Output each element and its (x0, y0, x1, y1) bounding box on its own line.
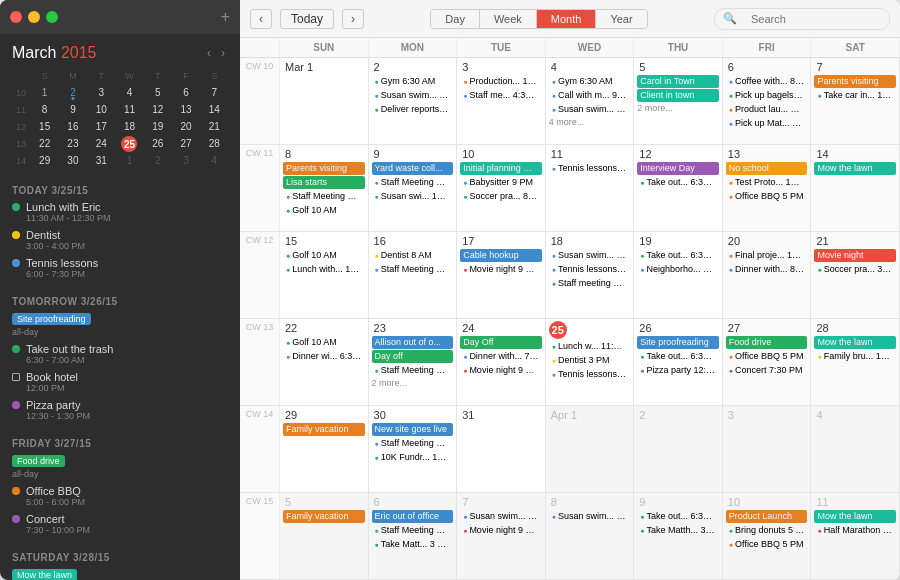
calendar-day[interactable]: 4 (811, 406, 900, 492)
calendar-event[interactable]: Pick up bagels 8 AM (726, 89, 808, 102)
calendar-event[interactable]: Food drive (726, 336, 808, 349)
calendar-day[interactable]: Apr 1 (546, 406, 635, 492)
calendar-day[interactable]: 20Final proje... 12 PMDinner with... 8 P… (723, 232, 812, 318)
add-event-button[interactable]: + (221, 8, 230, 26)
calendar-event[interactable]: Office BBQ 5 PM (726, 190, 808, 203)
calendar-day[interactable]: 16Dentist 8 AMStaff Meeting 9 AM (369, 232, 458, 318)
calendar-event[interactable]: Dentist 3 PM (549, 354, 631, 367)
more-events-link[interactable]: 2 more... (637, 103, 719, 113)
calendar-day[interactable]: 18Susan swim... 8 AMTennis lessons 9 PMS… (546, 232, 635, 318)
calendar-event[interactable]: Staff Meeting 9 AM (372, 263, 454, 276)
calendar-day[interactable]: 22Golf 10 AMDinner wi... 6:30 PM (280, 319, 369, 405)
next-button[interactable]: › (342, 9, 364, 29)
tab-year[interactable]: Year (596, 10, 646, 28)
calendar-day[interactable]: 10Product LaunchBring donuts 5 AMOffice … (723, 493, 812, 579)
mini-day[interactable]: 4 (116, 85, 143, 101)
list-item[interactable]: Pizza party 12:30 - 1:30 PM (12, 398, 228, 422)
list-item[interactable]: Dentist 3:00 - 4:00 PM (12, 228, 228, 252)
calendar-day[interactable]: 3Production... 11 AMStaff me... 4:30 PM (457, 58, 546, 144)
calendar-event[interactable]: Staff me... 4:30 PM (460, 89, 542, 102)
list-item[interactable]: Site proofreading all-day (12, 311, 228, 338)
list-item[interactable]: Lunch with Eric 11:30 AM - 12:30 PM (12, 200, 228, 224)
calendar-day[interactable]: 14Mow the lawn (811, 145, 900, 231)
tab-day[interactable]: Day (431, 10, 480, 28)
list-item[interactable]: Office BBQ 5:00 - 6:00 PM (12, 484, 228, 508)
calendar-day[interactable]: 7Susan swim... 9 AMMovie night 9 PM (457, 493, 546, 579)
mini-day[interactable]: 19 (144, 119, 171, 135)
calendar-day[interactable]: 2 (634, 406, 723, 492)
mini-day[interactable]: 23 (59, 136, 86, 152)
calendar-event[interactable]: Susan swim... 9 AM (372, 89, 454, 102)
calendar-day[interactable]: 19Take out... 6:30 AMNeighborho... 1 PM (634, 232, 723, 318)
calendar-event[interactable]: Lunch w... 11:30 AM (549, 340, 631, 353)
calendar-event[interactable]: Dinner with... 8 PM (726, 263, 808, 276)
calendar-day[interactable]: 31 (457, 406, 546, 492)
calendar-event[interactable]: Take Matt... 3 PM (372, 538, 454, 551)
calendar-event[interactable]: Gym 6:30 AM (372, 75, 454, 88)
calendar-day[interactable]: 6Coffee with... 8 AMPick up bagels 8 AMP… (723, 58, 812, 144)
calendar-event[interactable]: Day off (372, 350, 454, 363)
calendar-event[interactable]: Susan swim... 9 AM (549, 510, 631, 523)
list-item[interactable]: Tennis lessons 6:00 - 7:30 PM (12, 256, 228, 280)
list-item[interactable]: Take out the trash 6:30 - 7:00 AM (12, 342, 228, 366)
mini-prev-button[interactable]: ‹ (204, 46, 214, 60)
calendar-event[interactable]: Carol in Town (637, 75, 719, 88)
calendar-event[interactable]: Product Launch (726, 510, 808, 523)
calendar-event[interactable]: Lunch with... 1 PM (283, 263, 365, 276)
calendar-event[interactable]: Interview Day (637, 162, 719, 175)
calendar-day[interactable]: 11Tennis lessons 6 PM (546, 145, 635, 231)
calendar-event[interactable]: Take out... 6:30 AM (637, 510, 719, 523)
calendar-day[interactable]: Mar 1 (280, 58, 369, 144)
calendar-event[interactable]: Movie night 9 PM (460, 263, 542, 276)
calendar-day[interactable]: 13No schoolTest Proto... 10 AMOffice BBQ… (723, 145, 812, 231)
calendar-event[interactable]: Family vacation (283, 423, 365, 436)
mini-day[interactable]: 4 (201, 153, 228, 169)
calendar-day[interactable]: 3 (723, 406, 812, 492)
list-item[interactable]: Food drive all-day (12, 453, 228, 480)
calendar-event[interactable]: Site proofreading (637, 336, 719, 349)
calendar-event[interactable]: Movie night 9 PM (460, 524, 542, 537)
calendar-day[interactable]: 12Interview DayTake out... 6:30 AM (634, 145, 723, 231)
calendar-day[interactable]: 17Cable hookupMovie night 9 PM (457, 232, 546, 318)
calendar-event[interactable]: Neighborho... 1 PM (637, 263, 719, 276)
mini-day[interactable]: 6 (172, 85, 199, 101)
mini-day[interactable]: 14 (201, 102, 228, 118)
calendar-event[interactable]: Soccer pra... 3 PM (814, 263, 896, 276)
calendar-event[interactable]: Mow the lawn (814, 162, 896, 175)
calendar-day[interactable]: 9Yard waste coll...Staff Meeting 9 AMSus… (369, 145, 458, 231)
calendar-event[interactable]: Yard waste coll... (372, 162, 454, 175)
calendar-event[interactable]: No school (726, 162, 808, 175)
calendar-event[interactable]: Dentist 8 AM (372, 249, 454, 262)
calendar-event[interactable]: Initial planning meeting (460, 162, 542, 175)
calendar-event[interactable]: Day Off (460, 336, 542, 349)
calendar-day[interactable]: 10Initial planning meetingBabysitter 9 P… (457, 145, 546, 231)
calendar-event[interactable]: Susan swim... 8 AM (549, 249, 631, 262)
mini-day[interactable]: 27 (172, 136, 199, 152)
mini-day[interactable]: 30 (59, 153, 86, 169)
calendar-event[interactable]: Coffee with... 8 AM (726, 75, 808, 88)
calendar-event[interactable]: Dinner with... 7 PM (460, 350, 542, 363)
calendar-event[interactable]: Tennis lessons 9 PM (549, 263, 631, 276)
mini-day[interactable]: 10 (88, 102, 115, 118)
mini-day[interactable]: 2 (59, 85, 86, 101)
calendar-event[interactable]: New site goes live (372, 423, 454, 436)
calendar-day[interactable]: 5Carol in TownClient in town2 more... (634, 58, 723, 144)
calendar-event[interactable]: Staff Meeting 9 AM (372, 364, 454, 377)
calendar-day[interactable]: 23Allison out of o...Day offStaff Meetin… (369, 319, 458, 405)
calendar-day[interactable]: 2Gym 6:30 AMSusan swim... 9 AMDeliver re… (369, 58, 458, 144)
calendar-event[interactable]: Office BBQ 5 PM (726, 350, 808, 363)
calendar-event[interactable]: Golf 10 AM (283, 336, 365, 349)
calendar-event[interactable]: Movie night 9 PM (460, 364, 542, 377)
calendar-event[interactable]: Eric out of office (372, 510, 454, 523)
calendar-day[interactable]: 7Parents visitingTake car in... 12 PM (811, 58, 900, 144)
close-button[interactable] (10, 11, 22, 23)
calendar-event[interactable]: Parents visiting (283, 162, 365, 175)
calendar-event[interactable]: Golf 10 AM (283, 249, 365, 262)
more-events-link[interactable]: 4 more... (549, 117, 631, 127)
calendar-event[interactable]: Take Matth... 3 PM (637, 524, 719, 537)
mini-day[interactable]: 18 (116, 119, 143, 135)
mini-next-button[interactable]: › (218, 46, 228, 60)
calendar-event[interactable]: Test Proto... 10 AM (726, 176, 808, 189)
calendar-event[interactable]: Cable hookup (460, 249, 542, 262)
calendar-day[interactable]: 15Golf 10 AMLunch with... 1 PM (280, 232, 369, 318)
